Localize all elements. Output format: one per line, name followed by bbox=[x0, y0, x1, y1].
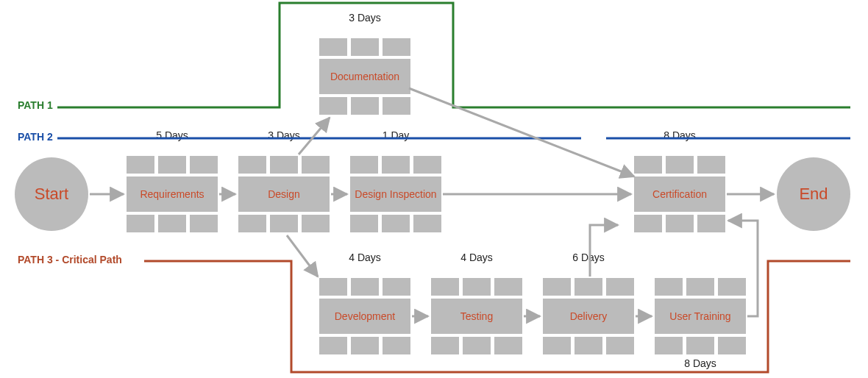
design-duration: 3 Days bbox=[238, 129, 330, 141]
diagram-canvas: PATH 1 PATH 2 PATH 3 - Critical Path Sta… bbox=[0, 0, 868, 378]
design-inspection-duration: 1 Day bbox=[350, 129, 441, 141]
task-requirements: Requirements bbox=[127, 156, 218, 232]
task-top-cells bbox=[655, 278, 746, 296]
path1-line bbox=[57, 3, 850, 107]
task-top-cells bbox=[634, 156, 725, 174]
task-label: Development bbox=[319, 299, 410, 334]
arrow-design-development bbox=[287, 235, 318, 277]
task-top-cells bbox=[319, 278, 410, 296]
task-label: Certification bbox=[634, 176, 725, 212]
task-label: Documentation bbox=[319, 59, 410, 94]
task-bottom-cells bbox=[655, 337, 746, 354]
task-top-cells bbox=[543, 278, 634, 296]
development-duration: 4 Days bbox=[319, 252, 410, 263]
delivery-duration: 6 Days bbox=[543, 252, 634, 263]
end-terminal: End bbox=[777, 157, 850, 231]
task-label: User Training bbox=[655, 299, 746, 334]
documentation-duration: 3 Days bbox=[319, 12, 410, 24]
path2-label: PATH 2 bbox=[18, 131, 53, 143]
arrow-delivery-certification bbox=[590, 225, 618, 277]
certification-duration: 8 Days bbox=[634, 129, 725, 141]
task-bottom-cells bbox=[634, 215, 725, 232]
task-label: Requirements bbox=[127, 176, 218, 212]
task-development: Development bbox=[319, 278, 410, 354]
task-user-training: User Training bbox=[655, 278, 746, 354]
task-certification: Certification bbox=[634, 156, 725, 232]
task-bottom-cells bbox=[543, 337, 634, 354]
task-top-cells bbox=[431, 278, 522, 296]
task-bottom-cells bbox=[127, 215, 218, 232]
path3-label: PATH 3 - Critical Path bbox=[18, 254, 122, 265]
task-bottom-cells bbox=[238, 215, 330, 232]
task-label: Testing bbox=[431, 299, 522, 334]
task-top-cells bbox=[127, 156, 218, 174]
path1-label: PATH 1 bbox=[18, 99, 53, 111]
task-delivery: Delivery bbox=[543, 278, 634, 354]
testing-duration: 4 Days bbox=[431, 252, 522, 263]
task-label: Design bbox=[238, 176, 330, 212]
task-documentation: Documentation bbox=[319, 38, 410, 115]
task-bottom-cells bbox=[319, 97, 410, 115]
task-design: Design bbox=[238, 156, 330, 232]
task-top-cells bbox=[238, 156, 330, 174]
arrow-documentation-certification bbox=[409, 88, 634, 176]
task-top-cells bbox=[350, 156, 441, 174]
task-bottom-cells bbox=[431, 337, 522, 354]
task-bottom-cells bbox=[350, 215, 441, 232]
user-training-duration: 8 Days bbox=[655, 357, 746, 369]
requirements-duration: 5 Days bbox=[127, 129, 218, 141]
start-terminal: Start bbox=[15, 157, 88, 231]
task-label: Delivery bbox=[543, 299, 634, 334]
task-label: Design Inspection bbox=[350, 176, 441, 212]
task-testing: Testing bbox=[431, 278, 522, 354]
task-bottom-cells bbox=[319, 337, 410, 354]
start-label: Start bbox=[35, 185, 68, 204]
task-design-inspection: Design Inspection bbox=[350, 156, 441, 232]
end-label: End bbox=[799, 185, 828, 204]
task-top-cells bbox=[319, 38, 410, 56]
